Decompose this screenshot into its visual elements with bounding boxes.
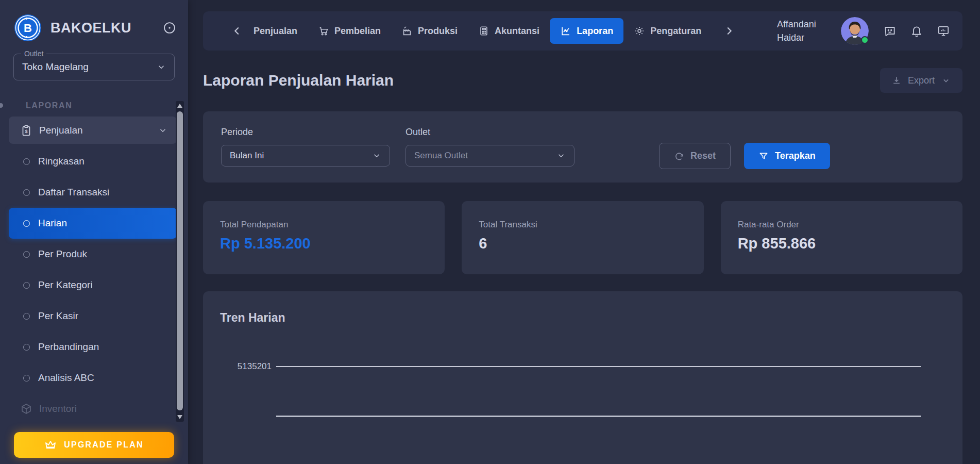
sidebar-item-label: Penjualan [39, 125, 158, 136]
sidebar-item-label: Per Kategori [38, 279, 93, 291]
radio-circle-icon [23, 282, 30, 289]
stat-card-total-pendapatan: Total Pendapatan Rp 5.135.200 [203, 201, 445, 274]
bell-icon[interactable] [910, 24, 923, 38]
nav-item-produksi[interactable]: Produksi [391, 18, 468, 44]
chevron-down-icon [941, 75, 951, 86]
nav-item-akuntansi[interactable]: Akuntansi [468, 18, 550, 44]
monitor-dashboard-icon[interactable] [937, 24, 950, 38]
bakoelku-logo-icon: B [13, 13, 42, 42]
svg-text:$: $ [25, 128, 27, 134]
crown-icon [44, 439, 57, 451]
outlet-selector[interactable]: Outlet Toko Magelang [13, 54, 175, 80]
shopping-cart-icon [318, 25, 329, 37]
package-box-icon [20, 403, 32, 415]
page-header: Laporan Penjualan Harian Export [203, 68, 962, 93]
sidebar-item-label: Per Kasir [38, 310, 78, 322]
stat-value: 6 [479, 235, 686, 252]
gridline-second [276, 416, 921, 417]
radio-circle-icon [23, 220, 30, 227]
filter-actions: Reset Terapkan [659, 143, 830, 169]
scrollbar-thumb[interactable] [177, 111, 183, 410]
sidebar-item-per-produk[interactable]: Per Produk [9, 239, 177, 270]
sidebar-section-laporan: LAPORAN [0, 101, 188, 110]
periode-select[interactable]: Bulan Ini [221, 145, 390, 167]
reset-button[interactable]: Reset [659, 143, 731, 169]
online-status-dot [861, 36, 869, 44]
periode-label: Periode [221, 127, 390, 138]
gear-icon [634, 25, 645, 37]
outlet-field: Outlet Semua Outlet [405, 127, 575, 167]
y-axis-tick: 5135201 [231, 361, 272, 372]
sidebar-item-per-kasir[interactable]: Per Kasir [9, 301, 177, 332]
section-dot [0, 103, 3, 108]
chevron-down-icon [157, 62, 166, 72]
sidebar-item-inventori[interactable]: Inventori [9, 393, 177, 424]
refresh-icon [674, 151, 684, 161]
sidebar-item-label: Analisis ABC [38, 372, 94, 384]
sidebar-item-label: Daftar Transaksi [38, 187, 109, 198]
stats-row: Total Pendapatan Rp 5.135.200 Total Tran… [203, 201, 962, 274]
periode-field: Periode Bulan Ini [221, 127, 390, 167]
nav-scroll-left-icon[interactable] [232, 25, 243, 37]
outlet-filter-label: Outlet [405, 127, 575, 138]
terapkan-button[interactable]: Terapkan [744, 143, 830, 169]
radio-circle-icon [23, 344, 30, 351]
sidebar-item-label: Harian [38, 218, 67, 229]
calculator-icon [478, 25, 489, 37]
user-name: Affandani Haidar [777, 18, 829, 44]
nav-scroll-right-icon[interactable] [723, 25, 734, 37]
trend-chart-card: Tren Harian 5135201 [203, 291, 962, 464]
app-window: B BAKOELKU Outlet Toko Magelang LAPORAN [0, 0, 980, 464]
radio-circle-icon [23, 189, 30, 196]
nav-item-laporan[interactable]: Laporan [550, 18, 623, 44]
chat-smiley-icon[interactable] [883, 24, 897, 38]
chevron-down-icon [372, 151, 381, 160]
brand: B BAKOELKU [0, 0, 188, 42]
outlet-selector-label: Outlet [21, 49, 46, 58]
svg-text:B: B [24, 22, 32, 35]
scroll-down-arrow-icon[interactable] [177, 415, 182, 419]
radio-circle-icon [23, 375, 30, 382]
sidebar-scrollbar[interactable] [176, 101, 184, 422]
nav-user-block: Affandani Haidar [777, 17, 950, 45]
page-title: Laporan Penjualan Harian [203, 72, 394, 89]
factory-icon [401, 25, 413, 37]
gridline-top [276, 366, 921, 367]
sidebar-item-perbandingan[interactable]: Perbandingan [9, 332, 177, 362]
daily-trend-chart: 5135201 [203, 291, 962, 464]
sidebar-item-harian[interactable]: Harian [9, 208, 177, 239]
user-avatar[interactable] [841, 17, 869, 45]
filter-panel: Periode Bulan Ini Outlet Semua Outlet [203, 111, 962, 183]
sidebar-item-ringkasan[interactable]: Ringkasan [9, 146, 177, 177]
sidebar-item-label: Per Produk [38, 248, 87, 260]
nav-item-pengaturan[interactable]: Pengaturan [623, 18, 712, 44]
stat-card-total-transaksi: Total Transaksi 6 [462, 201, 703, 274]
brand-name: BAKOELKU [50, 20, 162, 36]
upgrade-plan-button[interactable]: UPGRADE PLAN [14, 432, 174, 458]
sidebar-item-analisis-abc[interactable]: Analisis ABC [9, 362, 177, 393]
sidebar-item-label: Ringkasan [38, 156, 85, 167]
nav-item-penjualan[interactable]: Penjualan [243, 19, 308, 44]
export-button[interactable]: Export [880, 68, 962, 93]
chart-report-icon [560, 25, 571, 37]
stat-label: Total Transaksi [479, 220, 686, 230]
outlet-selector-value: Toko Magelang [22, 61, 157, 73]
sidebar-item-per-kategori[interactable]: Per Kategori [9, 270, 177, 301]
stat-value: Rp 855.866 [738, 235, 945, 252]
radio-circle-icon [23, 251, 30, 258]
radio-circle-icon [23, 158, 30, 165]
stat-value: Rp 5.135.200 [220, 235, 428, 252]
sidebar-item-daftar-transaksi[interactable]: Daftar Transaksi [9, 177, 177, 208]
sidebar-toggle-icon[interactable] [162, 21, 177, 35]
clipboard-dollar-icon: $ [20, 124, 32, 137]
scroll-up-arrow-icon[interactable] [177, 104, 182, 108]
filter-funnel-icon [758, 151, 769, 161]
chevron-down-icon [556, 151, 566, 160]
nav-item-pembelian[interactable]: Pembelian [308, 18, 391, 44]
download-icon [891, 75, 902, 86]
stat-card-rata-rata-order: Rata-rata Order Rp 855.866 [721, 201, 962, 274]
stat-label: Total Pendapatan [220, 220, 428, 230]
top-navbar: Penjualan Pembelian Produksi [203, 11, 962, 51]
outlet-select[interactable]: Semua Outlet [405, 145, 575, 167]
sidebar-item-penjualan-group[interactable]: $ Penjualan [9, 117, 177, 144]
